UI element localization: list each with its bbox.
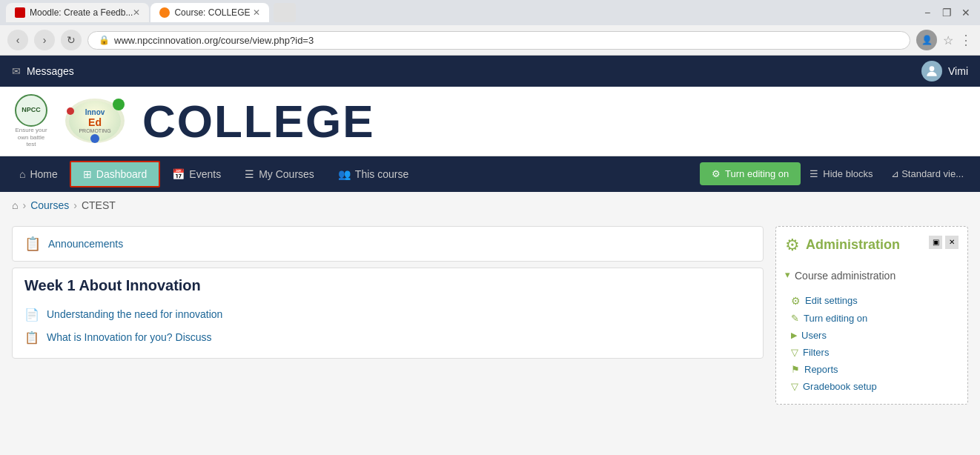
hide-blocks-button[interactable]: ☰ Hide blocks	[801, 162, 881, 185]
main-navigation: ⌂ Home ⊞ Dashboard 📅 Events ☰ My Courses…	[0, 156, 980, 192]
admin-sidebar: ⚙ Administration ▣ ✕ ▾ Course administra…	[775, 226, 968, 455]
browser-profile-icon[interactable]: 👤	[916, 30, 937, 50]
nav-item-dashboard[interactable]: ⊞ Dashboard	[70, 161, 161, 187]
close-button[interactable]: ✕	[958, 4, 974, 21]
thiscourse-nav-label: This course	[355, 168, 408, 180]
tab2-label: Course: COLLEGE	[174, 7, 250, 18]
settings-icon[interactable]: ⋮	[959, 32, 973, 48]
turn-editing-menu-icon: ✎	[791, 313, 799, 324]
bookmark-icon[interactable]: ☆	[943, 33, 953, 47]
breadcrumb-sep-2: ›	[73, 199, 77, 211]
home-nav-label: Home	[30, 168, 57, 180]
breadcrumb-current: CTEST	[82, 199, 116, 211]
maximize-button[interactable]: ❐	[938, 4, 955, 21]
breadcrumb-courses[interactable]: Courses	[30, 199, 69, 211]
messages-label[interactable]: Messages	[27, 65, 74, 77]
standard-view-label: Standard vie...	[901, 168, 964, 179]
nav-item-home[interactable]: ⌂ Home	[7, 162, 70, 186]
admin-menu-gradebook[interactable]: ▽ Gradebook setup	[785, 378, 959, 395]
edit-settings-icon: ⚙	[791, 295, 801, 307]
admin-menu-filters[interactable]: ▽ Filters	[785, 344, 959, 361]
admin-menu-reports[interactable]: ⚑ Reports	[785, 361, 959, 378]
home-nav-icon: ⌂	[19, 168, 25, 180]
filters-menu-icon: ▽	[791, 347, 798, 358]
standard-view-button[interactable]: ⊿ Standard vie...	[882, 162, 973, 185]
doc-icon-0: 📄	[24, 308, 39, 322]
turn-editing-icon: ⚙	[712, 168, 721, 179]
reports-menu-label: Reports	[804, 364, 838, 375]
innov-ed-logo[interactable]: Innov Ed PROMOTING	[65, 99, 125, 143]
hide-blocks-label: Hide blocks	[823, 168, 873, 179]
tab1-close[interactable]: ✕	[133, 7, 140, 18]
address-bar-container: ‹ › ↻ 🔒 www.npccinnovation.org/course/vi…	[0, 25, 980, 55]
turn-editing-menu-label: Turn editing on	[804, 313, 867, 324]
admin-block-controls: ▣ ✕	[929, 236, 959, 249]
users-menu-icon: ▶	[791, 331, 797, 340]
address-bar[interactable]: 🔒 www.npccinnovation.org/course/view.php…	[87, 31, 910, 50]
course-admin-section: ▾ Course administration	[785, 264, 959, 286]
edit-settings-label: Edit settings	[805, 295, 858, 306]
announcements-label[interactable]: Announcements	[48, 238, 123, 250]
site-header: NPCC Ensure your own battle test Innov E…	[0, 87, 980, 156]
turn-editing-on-button[interactable]: ⚙ Turn editing on	[700, 162, 801, 185]
admin-menu-turn-editing[interactable]: ✎ Turn editing on	[785, 310, 959, 327]
users-menu-label: Users	[801, 330, 827, 341]
user-avatar[interactable]	[921, 61, 942, 82]
svg-point-0	[930, 66, 935, 71]
announcements-icon: 📋	[24, 236, 41, 252]
activity-label-0: Understanding the need for innovation	[47, 308, 222, 320]
week1-block: Week 1 About Innovation 📄 Understanding …	[12, 268, 764, 359]
site-title: COLLEGE	[142, 95, 375, 147]
npcc-logo[interactable]: NPCC Ensure your own battle test	[15, 94, 47, 148]
admin-menu-users[interactable]: ▶ Users	[785, 327, 959, 344]
admin-block-close[interactable]: ✕	[945, 236, 959, 249]
breadcrumb-home-icon[interactable]: ⌂	[12, 199, 18, 211]
youtube-favicon	[15, 7, 25, 18]
announcements-inner: 📋 Announcements	[24, 236, 751, 252]
events-nav-icon: 📅	[172, 168, 185, 180]
back-button[interactable]: ‹	[7, 30, 28, 50]
hide-blocks-icon: ☰	[810, 168, 818, 179]
admin-menu-edit-settings[interactable]: ⚙ Edit settings	[785, 292, 959, 310]
mycourses-nav-icon: ☰	[245, 168, 254, 180]
nav-item-events[interactable]: 📅 Events	[160, 162, 233, 186]
admin-block: ⚙ Administration ▣ ✕ ▾ Course administra…	[775, 226, 968, 405]
breadcrumb: ⌂ › Courses › CTEST	[0, 192, 980, 219]
standard-view-icon: ⊿	[891, 168, 899, 179]
breadcrumb-sep-1: ›	[22, 199, 26, 211]
activity-item-0[interactable]: 📄 Understanding the need for innovation	[24, 303, 751, 326]
message-bar-left: ✉ Messages	[12, 65, 74, 77]
forward-button[interactable]: ›	[34, 30, 55, 50]
tab1-label: Moodle: Create a Feedb...	[30, 7, 133, 18]
message-bar-right: Vimi	[921, 61, 968, 82]
filters-menu-label: Filters	[803, 347, 829, 358]
nav-item-mycourses[interactable]: ☰ My Courses	[233, 162, 326, 186]
activity-label-1: What is Innovation for you? Discuss	[47, 331, 212, 343]
admin-header: ⚙ Administration	[785, 236, 900, 255]
moodle-favicon	[159, 7, 170, 18]
admin-title: Administration	[806, 237, 900, 253]
admin-gear-icon: ⚙	[785, 236, 800, 255]
course-admin-toggle-icon[interactable]: ▾	[785, 269, 790, 280]
gradebook-menu-label: Gradebook setup	[803, 381, 877, 392]
mail-icon: ✉	[12, 65, 21, 77]
url-text: www.npccinnovation.org/course/view.php?i…	[114, 35, 314, 46]
minimize-button[interactable]: −	[919, 4, 936, 21]
content-wrapper: 📋 Announcements Week 1 About Innovation …	[0, 219, 980, 455]
browser-tab-2[interactable]: Course: COLLEGE ✕	[150, 3, 269, 22]
course-admin-label: Course administration	[795, 270, 895, 282]
events-nav-label: Events	[189, 168, 221, 180]
thiscourse-nav-icon: 👥	[338, 168, 351, 180]
dashboard-nav-label: Dashboard	[96, 168, 148, 180]
innov-ed-dot-blue	[90, 134, 99, 143]
nav-item-thiscourse[interactable]: 👥 This course	[326, 162, 420, 186]
gradebook-menu-icon: ▽	[791, 381, 798, 392]
username-label[interactable]: Vimi	[948, 65, 968, 77]
new-tab-btn[interactable]	[274, 3, 296, 22]
reload-button[interactable]: ↻	[61, 30, 82, 50]
tab2-close[interactable]: ✕	[253, 7, 260, 18]
browser-tab-1[interactable]: Moodle: Create a Feedb... ✕	[6, 3, 149, 22]
forum-icon-1: 📋	[24, 331, 39, 345]
admin-block-shrink[interactable]: ▣	[929, 236, 942, 249]
activity-item-1[interactable]: 📋 What is Innovation for you? Discuss	[24, 326, 751, 349]
